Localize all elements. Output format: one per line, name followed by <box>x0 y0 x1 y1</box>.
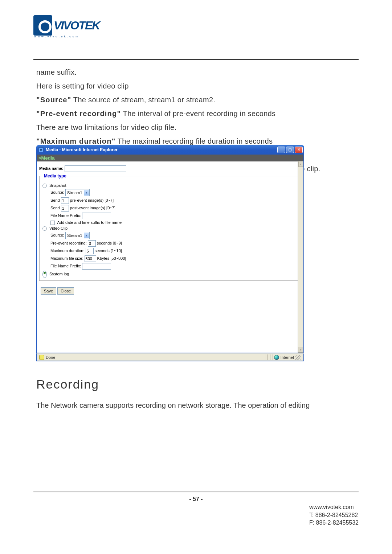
top-divider <box>33 59 359 60</box>
pre-image-count-input[interactable] <box>61 197 69 204</box>
snapshot-fnp-row: File Name Prefix: <box>50 213 297 219</box>
line-name-suffix: name suffix. <box>36 65 359 79</box>
minimize-button[interactable]: – <box>277 147 285 153</box>
button-row: Save Close <box>41 287 301 295</box>
max-filesize-label: Maximum file size: <box>50 256 83 260</box>
add-date-row: Add date and time suffix to file name <box>50 220 297 225</box>
pre-image-range: pre-event image(s) [0~7] <box>70 198 114 202</box>
resize-grip-icon[interactable] <box>295 355 301 360</box>
snapshot-radio-row: Snapshot <box>42 183 297 188</box>
videoclip-source-row: Source: Stream1 ▾ <box>50 232 297 239</box>
snapshot-radio[interactable] <box>42 184 47 188</box>
snapshot-source-row: Source: Stream1 ▾ <box>50 189 297 196</box>
recording-heading: Recording <box>36 377 99 391</box>
internet-zone-icon <box>274 355 279 360</box>
media-name-label: Media name: <box>39 166 64 171</box>
bottom-divider <box>33 492 359 492</box>
videoclip-source-select[interactable]: Stream1 ▾ <box>65 232 90 239</box>
systemlog-label: System log <box>49 272 69 276</box>
ie-titlebar[interactable]: e Media - Microsoft Internet Explorer – … <box>36 145 304 155</box>
status-done: Done <box>46 355 55 360</box>
footer-tel: T: 886-2-82455282 <box>309 511 359 519</box>
source-label: Source: <box>50 190 64 194</box>
media-name-input[interactable] <box>65 165 126 172</box>
media-header: >Media <box>37 155 303 161</box>
close-window-button[interactable]: ✕ <box>295 147 303 153</box>
save-button[interactable]: Save <box>41 287 56 295</box>
max-duration-label: Maximum duration: <box>50 249 85 253</box>
max-filesize-range: Kbytes [50~800] <box>97 256 126 260</box>
key-source: "Source" <box>36 96 71 104</box>
pre-recording-label: Pre-event recording: <box>50 241 87 245</box>
syslog-radio-row: System log <box>42 271 297 278</box>
line-source: "Source" The source of stream, stream1 o… <box>36 93 359 107</box>
snapshot-label: Snapshot <box>49 183 66 188</box>
chevron-down-icon: ▾ <box>84 190 89 196</box>
max-filesize-input[interactable] <box>85 255 96 262</box>
max-duration-range: seconds [1~10] <box>95 249 122 253</box>
line-setting-video: Here is setting for video clip <box>36 79 359 93</box>
scroll-up-icon[interactable]: ▴ <box>298 161 303 167</box>
snapshot-source-value: Stream1 <box>67 190 82 195</box>
media-ie-window: e Media - Microsoft Internet Explorer – … <box>36 145 304 361</box>
footer-fax: F: 886-2-82455532 <box>309 519 359 527</box>
videoclip-fnp-row: File Name Prefix: <box>50 263 297 270</box>
systemlog-radio[interactable] <box>42 271 47 278</box>
send-label-2: Send <box>50 206 60 210</box>
videoclip-radio-row: Video Clip <box>42 226 297 231</box>
logo-icon <box>33 15 52 36</box>
media-name-row: Media name: <box>39 165 301 172</box>
pre-image-row: Send pre-event image(s) [0~7] <box>50 197 297 204</box>
key-preevent: "Pre-event recording" <box>36 110 121 118</box>
close-button[interactable]: Close <box>57 287 74 295</box>
media-form: Media name: Media type Snapshot Source: … <box>37 161 303 297</box>
ie-icon: e <box>38 147 44 152</box>
footer-url: www.vivotek.com <box>309 503 359 511</box>
add-date-checkbox[interactable] <box>50 221 55 225</box>
line-limits: There are two limitations for video clip… <box>36 120 359 134</box>
vc-source-label: Source: <box>50 233 64 237</box>
ie-title: Media - Microsoft Internet Explorer <box>46 147 277 152</box>
vc-source-value: Stream1 <box>67 233 82 238</box>
desc-source: The source of stream, stream1 or stream2… <box>71 96 215 104</box>
desc-preevent: The interval of pre-event recording in s… <box>121 110 275 118</box>
scroll-down-icon[interactable]: ▾ <box>298 347 303 353</box>
media-type-legend: Media type <box>42 173 68 178</box>
logo-text: VIVOTEK <box>54 19 99 32</box>
vivotek-logo: VIVOTEK w w w . v i v o t e k . c o m <box>33 15 115 44</box>
max-duration-input[interactable] <box>86 248 94 254</box>
status-internet: Internet <box>281 355 294 360</box>
max-duration-row: Maximum duration: seconds [1~10] <box>50 248 297 254</box>
line-preevent: "Pre-event recording" The interval of pr… <box>36 107 359 120</box>
vc-fnp-input[interactable] <box>82 263 111 270</box>
post-image-row: Send post-event image(s) [0~7] <box>50 205 297 212</box>
recording-paragraph: The Network camera supports recording on… <box>36 398 359 412</box>
vc-fnp-label: File Name Prefix: <box>50 264 81 268</box>
media-type-fieldset: Media type Snapshot Source: Stream1 ▾ Se… <box>39 173 301 281</box>
footer-contact: www.vivotek.com T: 886-2-82455282 F: 886… <box>309 503 359 527</box>
vertical-scrollbar[interactable]: ▴ ▾ <box>298 161 303 353</box>
desc-maxdur: The maximal recording file duration in s… <box>115 137 273 145</box>
pre-recording-row: Pre-event recording: seconds [0~9] <box>50 240 297 247</box>
done-icon <box>39 355 44 360</box>
snapshot-fnp-label: File Name Prefix: <box>50 213 81 218</box>
videoclip-label: Video Clip <box>49 226 68 230</box>
send-label-1: Send <box>50 198 60 202</box>
max-filesize-row: Maximum file size: Kbytes [50~800] <box>50 255 297 262</box>
snapshot-fnp-input[interactable] <box>82 213 111 219</box>
ie-content: >Media ▴ ▾ Media name: Media type Snapsh… <box>36 155 304 353</box>
post-image-count-input[interactable] <box>61 205 69 212</box>
ie-statusbar: Done Internet <box>36 353 304 361</box>
post-image-range: post-event image(s) [0~7] <box>70 206 115 210</box>
add-date-label: Add date and time suffix to file name <box>57 220 122 225</box>
videoclip-radio[interactable] <box>42 226 47 231</box>
maximize-button[interactable]: ▢ <box>286 147 294 153</box>
pre-recording-range: seconds [0~9] <box>97 241 122 245</box>
chevron-down-icon: ▾ <box>84 233 89 238</box>
page-number: - 57 - <box>0 496 392 502</box>
snapshot-source-select[interactable]: Stream1 ▾ <box>65 189 90 196</box>
pre-recording-input[interactable] <box>88 240 96 247</box>
key-maxdur: "Maximum duration" <box>36 137 115 145</box>
